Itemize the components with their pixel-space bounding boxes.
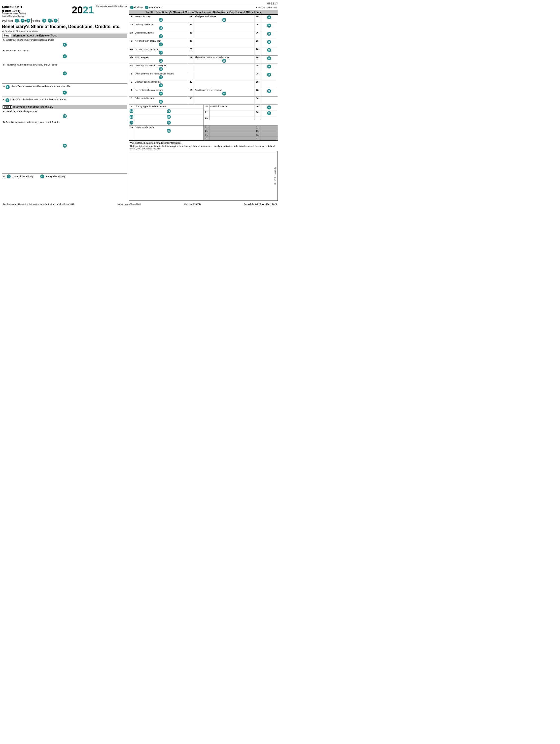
field-a-value[interactable]: 5	[3, 42, 126, 48]
note-bold: Note:	[130, 145, 136, 147]
row-4c-left: 4c Unrecaptured section 1250 gain19	[129, 64, 188, 72]
row-3-right-label	[194, 39, 255, 47]
bottom-footer: For Paperwork Reduction Act Notice, see …	[2, 202, 278, 206]
circle-28d: 28	[267, 73, 271, 77]
row-3: 3 Net short-term capital gain16 26 26 26	[129, 39, 278, 47]
row-1-val[interactable]: 26	[260, 15, 278, 23]
field-c-value[interactable]: 27	[3, 67, 126, 83]
circle-4c: 4	[53, 18, 58, 23]
field-a-label: Estate's or trust's employer identificat…	[6, 39, 54, 41]
row-4c-label: Unrecaptured section 1250 gain19	[134, 64, 188, 72]
circle-18: 18	[159, 59, 163, 63]
row-9-circle-24b: 24	[129, 114, 134, 120]
footer-note2-wrap: Note: A statement must be attached showi…	[130, 145, 277, 150]
row-4a-label: Net long-term capital gain17	[134, 47, 188, 55]
row-3-label: Net short-term capital gain16	[134, 39, 188, 47]
row-4b-num: 4b	[129, 55, 134, 64]
amended-k1-label: Amended K-1	[149, 6, 162, 9]
tc-24a: 24	[129, 109, 133, 113]
row-9-sub1: 24 24	[129, 108, 203, 114]
row-2a-val[interactable]: 26	[260, 23, 278, 31]
row-7-val[interactable]: 30	[260, 88, 278, 96]
row-9-rval3[interactable]	[260, 116, 278, 120]
row-4b-col28: 28	[254, 55, 260, 64]
row-8-val[interactable]	[260, 97, 278, 105]
circle-3a: 3	[15, 18, 19, 23]
row-6-val[interactable]	[260, 80, 278, 88]
row-5-num: 5	[129, 72, 134, 80]
field-a-letter: A	[3, 39, 5, 41]
field-e-label: Check if this is the final Form 1041 for…	[10, 98, 66, 101]
row-9-sub3-val[interactable]: 24	[134, 120, 203, 125]
row-4c-col-blank	[188, 64, 194, 72]
circle-27: 27	[63, 71, 67, 75]
amended-k1-option[interactable]: 2 Amended K-1	[145, 6, 162, 9]
date-row: beginning 3 / 3 / 3 ending 4 / 4 / 4	[2, 18, 127, 23]
row-9-sub1-val[interactable]: 24	[134, 108, 203, 114]
row-10-gray3	[210, 133, 254, 137]
row-9-col30a: 30	[254, 105, 260, 110]
row-2a: 2a Ordinary dividends14 26 26 26	[129, 23, 278, 31]
circle-1: 1	[130, 6, 134, 9]
dept-line1: Department of the Treasury	[2, 13, 69, 15]
begin-date-box[interactable]: 3 / 3 / 3	[14, 18, 32, 23]
row-2b-num: 2b	[129, 31, 134, 39]
beginning-label: beginning	[2, 20, 13, 22]
row-1-left: 1 Interest income13	[129, 15, 188, 23]
row-4b-val[interactable]: 28	[260, 55, 278, 64]
row-10-col31d: 31	[254, 129, 260, 133]
field-f-value[interactable]: 10	[3, 113, 126, 120]
circle-26a: 26	[222, 18, 226, 22]
field-g-value[interactable]: 29	[3, 124, 126, 173]
field-c-label: Fiduciary's name, address, city, state, …	[6, 64, 57, 66]
schedule-title-block: Schedule K-1(Form 1041) Department of th…	[2, 5, 69, 17]
row-4c: 4c Unrecaptured section 1250 gain19 28 2…	[129, 64, 278, 72]
website: www.irs.gov/Form1041	[118, 203, 141, 206]
left-column: Schedule K-1(Form 1041) Department of th…	[2, 5, 127, 201]
circle-12: 12	[40, 175, 44, 178]
row-4a-val[interactable]: 26	[260, 47, 278, 55]
circle-15: 15	[159, 34, 163, 38]
circle-22: 22	[159, 91, 163, 96]
see-back: ► See back of form and instructions.	[2, 30, 127, 33]
row-9-right: 14 Other information 30 30 31 30 31	[203, 105, 278, 125]
field-f-letter: F	[3, 110, 4, 113]
row-5-val[interactable]: 28	[260, 72, 278, 80]
row-10-gray4-val	[260, 137, 278, 140]
row-9-sub2-val[interactable]: 24	[134, 114, 203, 120]
row-4c-val[interactable]: 28	[260, 64, 278, 72]
row-9-rval1[interactable]: 30	[260, 105, 278, 110]
row-10-gray2-val	[260, 129, 278, 133]
circle-10: 10	[63, 114, 67, 118]
dept-line2: Internal Revenue Service	[2, 15, 69, 17]
row-2b-val[interactable]: 26	[260, 31, 278, 39]
row-5-col28a: 28	[254, 72, 260, 80]
final-k1-option[interactable]: 1 Final K-1	[130, 6, 143, 9]
circle-3c: 3	[26, 18, 30, 23]
row-5: 5 Other portfolio and nonbusiness income…	[129, 72, 278, 80]
right-column: 1 Final K-1 2 Amended K-1 OMB No. 1545-0…	[129, 5, 278, 201]
circle-13: 13	[159, 18, 163, 22]
row-9-col14: 14	[203, 105, 210, 110]
field-f: F Beneficiary's identifying number 10	[2, 110, 127, 120]
tc-30a: 30	[267, 106, 271, 109]
row-5-label: Other portfolio and nonbusiness income20	[134, 72, 188, 80]
row-7-col13: 13	[188, 88, 194, 96]
row-8-col30a: 30	[188, 97, 194, 105]
row-10-num: 10	[129, 125, 134, 140]
tc-24aa: 24	[167, 109, 171, 113]
row-4b-col12: 12	[188, 55, 194, 64]
row-10-col31c: 31	[203, 129, 210, 133]
k1-options: 1 Final K-1 2 Amended K-1	[130, 6, 162, 9]
row-8: 8 Other rental income23 30 30	[129, 97, 278, 105]
field-b-value[interactable]: 6	[3, 52, 126, 62]
end-date-box[interactable]: 4 / 4 / 4	[41, 18, 59, 23]
part3-grid: 1 Interest income13 11 Final year deduct…	[129, 15, 278, 141]
circle-23: 23	[159, 100, 163, 104]
row-9-rval2[interactable]: 31	[260, 110, 278, 116]
row-9-31a-blank	[210, 110, 254, 116]
circle-12-wrap: 12	[40, 175, 44, 178]
row-3-val[interactable]: 26	[260, 39, 278, 47]
row-1-right-label: Final year deductions26	[194, 15, 255, 23]
row-6: 6 Ordinary business income21 28 28	[129, 80, 278, 88]
